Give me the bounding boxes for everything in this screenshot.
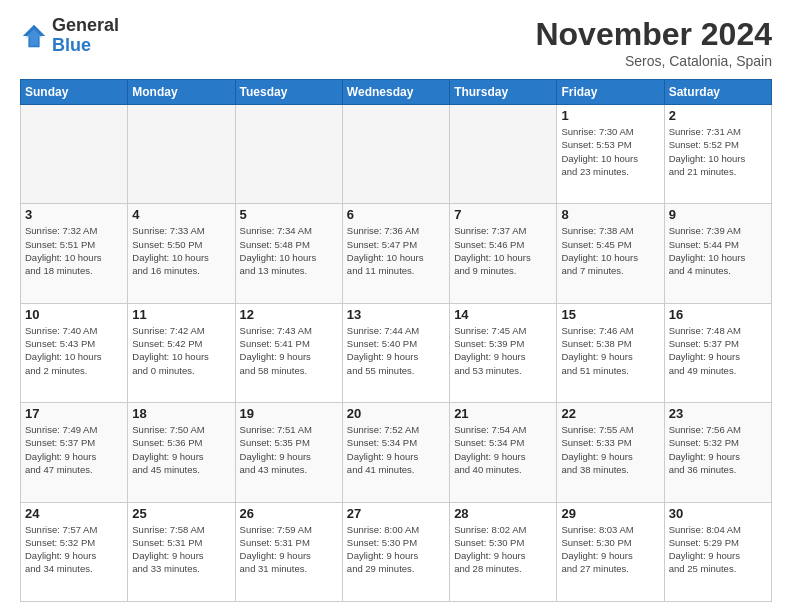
calendar-day-cell: 18Sunrise: 7:50 AM Sunset: 5:36 PM Dayli… — [128, 403, 235, 502]
calendar-day-cell: 20Sunrise: 7:52 AM Sunset: 5:34 PM Dayli… — [342, 403, 449, 502]
day-info: Sunrise: 7:30 AM Sunset: 5:53 PM Dayligh… — [561, 125, 659, 178]
weekday-header-cell: Sunday — [21, 80, 128, 105]
logo-text: General Blue — [52, 16, 119, 56]
day-info: Sunrise: 7:55 AM Sunset: 5:33 PM Dayligh… — [561, 423, 659, 476]
calendar-week-row: 17Sunrise: 7:49 AM Sunset: 5:37 PM Dayli… — [21, 403, 772, 502]
day-info: Sunrise: 7:31 AM Sunset: 5:52 PM Dayligh… — [669, 125, 767, 178]
day-info: Sunrise: 7:38 AM Sunset: 5:45 PM Dayligh… — [561, 224, 659, 277]
calendar-day-cell: 29Sunrise: 8:03 AM Sunset: 5:30 PM Dayli… — [557, 502, 664, 601]
calendar-day-cell: 25Sunrise: 7:58 AM Sunset: 5:31 PM Dayli… — [128, 502, 235, 601]
calendar-day-cell: 26Sunrise: 7:59 AM Sunset: 5:31 PM Dayli… — [235, 502, 342, 601]
weekday-header-cell: Saturday — [664, 80, 771, 105]
calendar-day-cell: 10Sunrise: 7:40 AM Sunset: 5:43 PM Dayli… — [21, 303, 128, 402]
day-number: 19 — [240, 406, 338, 421]
day-number: 22 — [561, 406, 659, 421]
calendar-day-cell — [342, 105, 449, 204]
calendar-day-cell: 17Sunrise: 7:49 AM Sunset: 5:37 PM Dayli… — [21, 403, 128, 502]
calendar-week-row: 3Sunrise: 7:32 AM Sunset: 5:51 PM Daylig… — [21, 204, 772, 303]
day-number: 16 — [669, 307, 767, 322]
day-number: 7 — [454, 207, 552, 222]
day-info: Sunrise: 8:00 AM Sunset: 5:30 PM Dayligh… — [347, 523, 445, 576]
weekday-header-cell: Wednesday — [342, 80, 449, 105]
calendar-day-cell: 19Sunrise: 7:51 AM Sunset: 5:35 PM Dayli… — [235, 403, 342, 502]
day-info: Sunrise: 7:36 AM Sunset: 5:47 PM Dayligh… — [347, 224, 445, 277]
logo-icon — [20, 22, 48, 50]
day-number: 12 — [240, 307, 338, 322]
calendar-day-cell: 6Sunrise: 7:36 AM Sunset: 5:47 PM Daylig… — [342, 204, 449, 303]
calendar-day-cell — [21, 105, 128, 204]
day-info: Sunrise: 7:42 AM Sunset: 5:42 PM Dayligh… — [132, 324, 230, 377]
header: General Blue November 2024 Seros, Catalo… — [20, 16, 772, 69]
calendar-week-row: 24Sunrise: 7:57 AM Sunset: 5:32 PM Dayli… — [21, 502, 772, 601]
calendar-week-row: 1Sunrise: 7:30 AM Sunset: 5:53 PM Daylig… — [21, 105, 772, 204]
day-info: Sunrise: 7:46 AM Sunset: 5:38 PM Dayligh… — [561, 324, 659, 377]
calendar-day-cell: 2Sunrise: 7:31 AM Sunset: 5:52 PM Daylig… — [664, 105, 771, 204]
day-number: 5 — [240, 207, 338, 222]
calendar-day-cell — [235, 105, 342, 204]
day-number: 27 — [347, 506, 445, 521]
calendar-week-row: 10Sunrise: 7:40 AM Sunset: 5:43 PM Dayli… — [21, 303, 772, 402]
day-number: 25 — [132, 506, 230, 521]
calendar-day-cell: 16Sunrise: 7:48 AM Sunset: 5:37 PM Dayli… — [664, 303, 771, 402]
day-number: 14 — [454, 307, 552, 322]
day-info: Sunrise: 7:44 AM Sunset: 5:40 PM Dayligh… — [347, 324, 445, 377]
day-info: Sunrise: 7:37 AM Sunset: 5:46 PM Dayligh… — [454, 224, 552, 277]
month-title: November 2024 — [535, 16, 772, 53]
day-number: 8 — [561, 207, 659, 222]
day-info: Sunrise: 7:51 AM Sunset: 5:35 PM Dayligh… — [240, 423, 338, 476]
calendar-day-cell: 24Sunrise: 7:57 AM Sunset: 5:32 PM Dayli… — [21, 502, 128, 601]
weekday-header-cell: Thursday — [450, 80, 557, 105]
day-number: 11 — [132, 307, 230, 322]
day-info: Sunrise: 7:50 AM Sunset: 5:36 PM Dayligh… — [132, 423, 230, 476]
calendar-day-cell: 27Sunrise: 8:00 AM Sunset: 5:30 PM Dayli… — [342, 502, 449, 601]
day-number: 17 — [25, 406, 123, 421]
weekday-header-cell: Tuesday — [235, 80, 342, 105]
page: General Blue November 2024 Seros, Catalo… — [0, 0, 792, 612]
day-info: Sunrise: 7:43 AM Sunset: 5:41 PM Dayligh… — [240, 324, 338, 377]
logo: General Blue — [20, 16, 119, 56]
day-number: 20 — [347, 406, 445, 421]
calendar-day-cell: 1Sunrise: 7:30 AM Sunset: 5:53 PM Daylig… — [557, 105, 664, 204]
day-number: 18 — [132, 406, 230, 421]
day-info: Sunrise: 7:59 AM Sunset: 5:31 PM Dayligh… — [240, 523, 338, 576]
day-info: Sunrise: 7:57 AM Sunset: 5:32 PM Dayligh… — [25, 523, 123, 576]
day-info: Sunrise: 7:49 AM Sunset: 5:37 PM Dayligh… — [25, 423, 123, 476]
title-block: November 2024 Seros, Catalonia, Spain — [535, 16, 772, 69]
day-info: Sunrise: 7:32 AM Sunset: 5:51 PM Dayligh… — [25, 224, 123, 277]
logo-blue: Blue — [52, 36, 119, 56]
day-info: Sunrise: 7:56 AM Sunset: 5:32 PM Dayligh… — [669, 423, 767, 476]
calendar-day-cell: 11Sunrise: 7:42 AM Sunset: 5:42 PM Dayli… — [128, 303, 235, 402]
day-info: Sunrise: 7:52 AM Sunset: 5:34 PM Dayligh… — [347, 423, 445, 476]
calendar-day-cell: 14Sunrise: 7:45 AM Sunset: 5:39 PM Dayli… — [450, 303, 557, 402]
day-number: 24 — [25, 506, 123, 521]
day-number: 6 — [347, 207, 445, 222]
calendar-day-cell — [128, 105, 235, 204]
day-number: 3 — [25, 207, 123, 222]
day-number: 1 — [561, 108, 659, 123]
calendar-day-cell: 22Sunrise: 7:55 AM Sunset: 5:33 PM Dayli… — [557, 403, 664, 502]
calendar-day-cell: 5Sunrise: 7:34 AM Sunset: 5:48 PM Daylig… — [235, 204, 342, 303]
day-info: Sunrise: 8:02 AM Sunset: 5:30 PM Dayligh… — [454, 523, 552, 576]
calendar-day-cell: 4Sunrise: 7:33 AM Sunset: 5:50 PM Daylig… — [128, 204, 235, 303]
day-number: 28 — [454, 506, 552, 521]
day-number: 10 — [25, 307, 123, 322]
calendar-day-cell: 23Sunrise: 7:56 AM Sunset: 5:32 PM Dayli… — [664, 403, 771, 502]
day-info: Sunrise: 8:04 AM Sunset: 5:29 PM Dayligh… — [669, 523, 767, 576]
day-number: 21 — [454, 406, 552, 421]
calendar-day-cell: 28Sunrise: 8:02 AM Sunset: 5:30 PM Dayli… — [450, 502, 557, 601]
calendar-day-cell: 7Sunrise: 7:37 AM Sunset: 5:46 PM Daylig… — [450, 204, 557, 303]
day-info: Sunrise: 7:33 AM Sunset: 5:50 PM Dayligh… — [132, 224, 230, 277]
day-number: 13 — [347, 307, 445, 322]
weekday-header-cell: Friday — [557, 80, 664, 105]
weekday-header-cell: Monday — [128, 80, 235, 105]
day-number: 9 — [669, 207, 767, 222]
day-info: Sunrise: 7:54 AM Sunset: 5:34 PM Dayligh… — [454, 423, 552, 476]
calendar-day-cell: 13Sunrise: 7:44 AM Sunset: 5:40 PM Dayli… — [342, 303, 449, 402]
location: Seros, Catalonia, Spain — [535, 53, 772, 69]
day-number: 2 — [669, 108, 767, 123]
calendar-day-cell: 15Sunrise: 7:46 AM Sunset: 5:38 PM Dayli… — [557, 303, 664, 402]
day-number: 4 — [132, 207, 230, 222]
calendar-day-cell: 12Sunrise: 7:43 AM Sunset: 5:41 PM Dayli… — [235, 303, 342, 402]
weekday-header-row: SundayMondayTuesdayWednesdayThursdayFrid… — [21, 80, 772, 105]
day-info: Sunrise: 7:40 AM Sunset: 5:43 PM Dayligh… — [25, 324, 123, 377]
